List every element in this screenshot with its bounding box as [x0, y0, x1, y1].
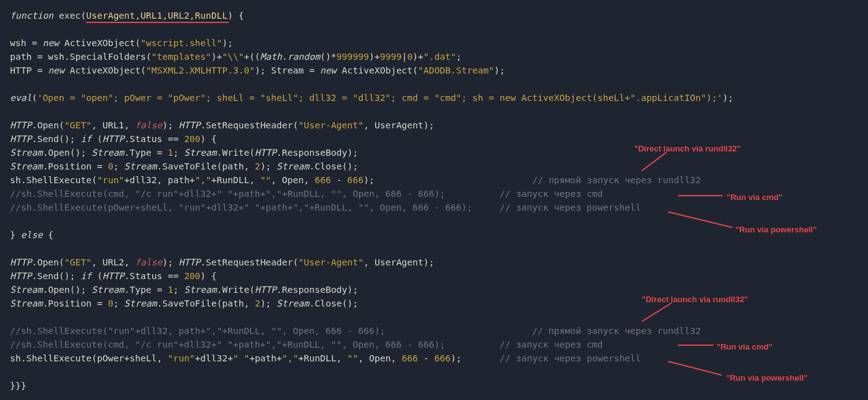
comment-cmd-2: // запуск через cmd	[500, 340, 603, 350]
comment-cmd-1: // запуск через cmd	[500, 189, 603, 199]
params: UserAgent,URL1,URL2,RunDLL	[86, 11, 227, 21]
keyword-function: function	[10, 11, 54, 21]
comment-powershell-2: // запуск через powershell	[500, 353, 641, 363]
comment-rundll32-2: // прямой запуск через rundll32	[532, 326, 701, 336]
comment-rundll32-1: // прямой запуск через rundll32	[532, 175, 701, 185]
param-list-underline: UserAgent,URL1,URL2,RunDLL	[86, 9, 227, 22]
fn-name: exec	[59, 11, 81, 21]
comment-powershell-1: // запуск через powershell	[500, 202, 641, 212]
code-block: function exec(UserAgent,URL1,URL2,RunDLL…	[0, 0, 868, 400]
